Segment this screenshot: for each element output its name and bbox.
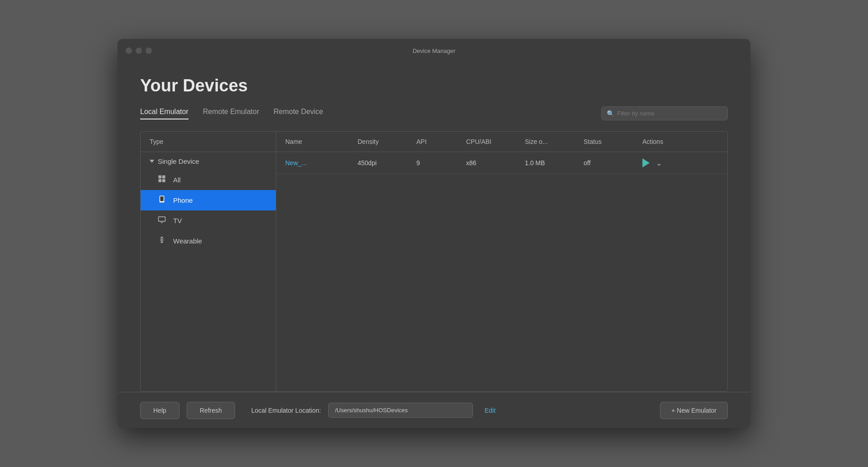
- sidebar-item-tv-label: TV: [173, 217, 182, 224]
- svg-rect-3: [162, 179, 165, 182]
- window-title: Device Manager: [413, 48, 456, 54]
- col-size: Size o...: [520, 132, 579, 152]
- sidebar-item-phone[interactable]: Phone: [141, 190, 276, 210]
- device-name[interactable]: New_...: [281, 153, 353, 173]
- svg-rect-5: [160, 196, 164, 201]
- main-content: Your Devices Local Emulator Remote Emula…: [118, 62, 750, 392]
- minimize-button[interactable]: [136, 48, 142, 54]
- location-label: Local Emulator Location:: [251, 407, 321, 414]
- svg-rect-8: [159, 217, 165, 221]
- tv-icon: [157, 215, 167, 226]
- dropdown-button[interactable]: ⌄: [656, 159, 662, 167]
- tab-remote-device[interactable]: Remote Device: [274, 108, 323, 119]
- title-bar: Device Manager: [118, 39, 750, 62]
- svg-rect-2: [159, 179, 162, 182]
- svg-rect-0: [159, 176, 162, 179]
- col-status: Status: [579, 132, 638, 152]
- table-header: Name Density API CPU/ABI Size o... Statu…: [276, 132, 727, 152]
- new-emulator-button[interactable]: + New Emulator: [660, 402, 728, 419]
- footer: Help Refresh Local Emulator Location: Ed…: [118, 392, 750, 428]
- col-actions: Actions: [638, 132, 723, 152]
- tab-bar: Local Emulator Remote Emulator Remote De…: [140, 106, 728, 120]
- page-title: Your Devices: [140, 76, 728, 95]
- col-api: API: [412, 132, 462, 152]
- sidebar-item-all[interactable]: All: [141, 170, 276, 190]
- filter-input[interactable]: [601, 106, 728, 120]
- help-button[interactable]: Help: [140, 402, 179, 419]
- chevron-down-icon: [150, 160, 154, 163]
- col-name: Name: [281, 132, 353, 152]
- device-actions: ⌄: [638, 152, 723, 174]
- device-cpu: x86: [462, 153, 520, 173]
- table-row: New_... 450dpi 9 x86 1.0 MB off ⌄: [276, 152, 727, 174]
- table-body: New_... 450dpi 9 x86 1.0 MB off ⌄: [276, 152, 727, 391]
- close-button[interactable]: [126, 48, 132, 54]
- svg-rect-12: [161, 242, 163, 243]
- sidebar-item-tv[interactable]: TV: [141, 210, 276, 231]
- sidebar-item-wearable[interactable]: Wearable: [141, 231, 276, 251]
- device-api: 9: [412, 153, 462, 173]
- svg-rect-1: [162, 176, 165, 179]
- device-table: Name Density API CPU/ABI Size o... Statu…: [276, 132, 727, 391]
- play-button[interactable]: [642, 158, 650, 167]
- sidebar-section-label: Single Device: [158, 157, 199, 165]
- maximize-button[interactable]: [146, 48, 152, 54]
- sidebar-section-single-device[interactable]: Single Device: [141, 152, 276, 170]
- svg-rect-11: [161, 237, 163, 238]
- app-window: Device Manager Your Devices Local Emulat…: [118, 39, 750, 428]
- tab-local-emulator[interactable]: Local Emulator: [140, 108, 189, 119]
- sidebar-item-wearable-label: Wearable: [173, 237, 202, 245]
- sidebar-item-all-label: All: [173, 176, 181, 184]
- device-density: 450dpi: [353, 153, 412, 173]
- phone-icon: [157, 195, 167, 206]
- svg-point-6: [161, 202, 162, 202]
- traffic-lights: [126, 48, 152, 54]
- search-icon: 🔍: [607, 110, 614, 117]
- sidebar: Type Single Device All: [141, 132, 276, 391]
- sidebar-type-header: Type: [141, 132, 276, 152]
- svg-rect-9: [161, 222, 163, 223]
- device-status: off: [579, 153, 638, 173]
- tab-remote-emulator[interactable]: Remote Emulator: [203, 108, 259, 119]
- col-density: Density: [353, 132, 412, 152]
- location-input[interactable]: [328, 403, 473, 418]
- watch-icon: [157, 235, 167, 247]
- edit-link[interactable]: Edit: [485, 407, 495, 414]
- main-area: Type Single Device All: [140, 131, 728, 392]
- col-cpu: CPU/ABI: [462, 132, 520, 152]
- sidebar-item-phone-label: Phone: [173, 196, 193, 204]
- device-size: 1.0 MB: [520, 153, 579, 173]
- refresh-button[interactable]: Refresh: [187, 402, 235, 419]
- grid-icon: [157, 174, 167, 186]
- filter-wrap: 🔍: [601, 106, 728, 120]
